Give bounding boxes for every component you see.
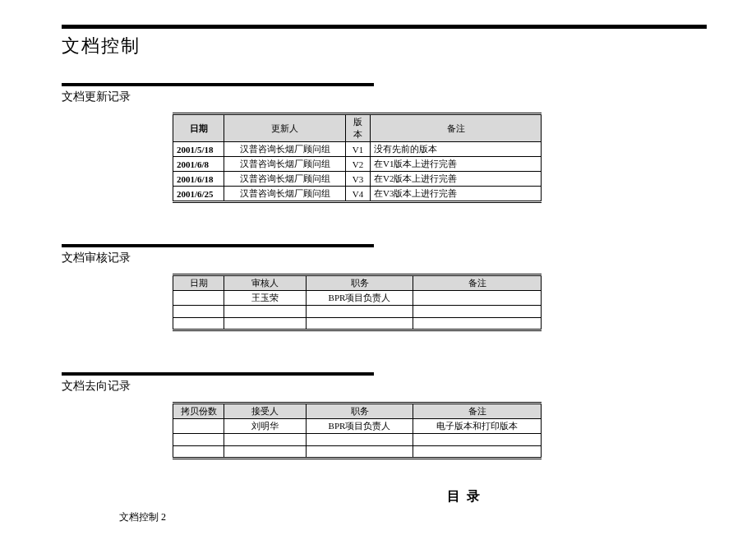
cell-receiver	[224, 434, 307, 446]
section-rule	[62, 244, 374, 247]
col-date: 日期	[173, 114, 224, 142]
update-table: 日期 更新人 版本 备注 2001/5/18汉普咨询长烟厂顾问组V1没有先前的版…	[173, 113, 542, 203]
cell-version: V2	[346, 157, 371, 172]
table-row	[173, 306, 542, 318]
cell-date: 2001/5/18	[173, 142, 224, 157]
col-receiver: 接受人	[224, 404, 307, 419]
table-row: 刘明华BPR项目负责人电子版本和打印版本	[173, 419, 542, 434]
cell-receiver	[224, 446, 307, 459]
cell-updater: 汉普咨询长烟厂顾问组	[224, 172, 346, 187]
cell-remark: 在V3版本上进行完善	[371, 187, 542, 202]
table-row	[173, 318, 542, 330]
cell-role	[307, 318, 413, 330]
cell-remark	[413, 318, 542, 330]
cell-remark: 在V1版本上进行完善	[371, 157, 542, 172]
cell-remark	[413, 306, 542, 318]
cell-role	[307, 446, 413, 459]
col-remark: 备注	[413, 275, 542, 291]
review-table: 日期 审核人 职务 备注 王玉荣BPR项目负责人	[173, 274, 542, 331]
top-rule	[62, 25, 707, 29]
col-reviewer: 审核人	[224, 275, 307, 291]
cell-version: V3	[346, 172, 371, 187]
cell-remark: 电子版本和打印版本	[413, 419, 542, 434]
cell-remark	[413, 446, 542, 459]
cell-reviewer: 王玉荣	[224, 291, 307, 306]
cell-role	[307, 434, 413, 446]
cell-remark	[413, 291, 542, 306]
section-title-review: 文档审核记录	[62, 251, 707, 265]
cell-receiver: 刘明华	[224, 419, 307, 434]
cell-copies	[173, 434, 224, 446]
col-role: 职务	[307, 404, 413, 419]
table-header-row: 拷贝份数 接受人 职务 备注	[173, 404, 542, 419]
cell-role: BPR项目负责人	[307, 419, 413, 434]
cell-updater: 汉普咨询长烟厂顾问组	[224, 157, 346, 172]
col-role: 职务	[307, 275, 413, 291]
toc-title: 目录	[226, 488, 707, 505]
table-row	[173, 434, 542, 446]
cell-date	[173, 291, 224, 306]
section-update-log: 文档更新记录 日期 更新人 版本 备注 2001/5/18汉普咨询长烟厂顾问组V…	[62, 83, 707, 203]
dest-table: 拷贝份数 接受人 职务 备注 刘明华BPR项目负责人电子版本和打印版本	[173, 402, 542, 459]
cell-updater: 汉普咨询长烟厂顾问组	[224, 187, 346, 202]
toc-entry: 文档控制 2	[119, 510, 707, 524]
table-row: 2001/6/8汉普咨询长烟厂顾问组V2在V1版本上进行完善	[173, 157, 542, 172]
page-title: 文档控制	[62, 34, 707, 58]
table-header-row: 日期 更新人 版本 备注	[173, 114, 542, 142]
table-row: 王玉荣BPR项目负责人	[173, 291, 542, 306]
section-rule	[62, 83, 374, 86]
col-remark: 备注	[371, 114, 542, 142]
cell-remark: 在V2版本上进行完善	[371, 172, 542, 187]
cell-date: 2001/6/8	[173, 157, 224, 172]
cell-reviewer	[224, 306, 307, 318]
section-title-update: 文档更新记录	[62, 90, 707, 104]
cell-remark	[413, 434, 542, 446]
cell-updater: 汉普咨询长烟厂顾问组	[224, 142, 346, 157]
section-review-log: 文档审核记录 日期 审核人 职务 备注 王玉荣BPR项目负责人	[62, 244, 707, 331]
table-row: 2001/6/18汉普咨询长烟厂顾问组V3在V2版本上进行完善	[173, 172, 542, 187]
cell-date	[173, 318, 224, 330]
col-version: 版本	[346, 114, 371, 142]
cell-copies	[173, 419, 224, 434]
table-row	[173, 446, 542, 459]
cell-copies	[173, 446, 224, 459]
col-date: 日期	[173, 275, 224, 291]
cell-role: BPR项目负责人	[307, 291, 413, 306]
section-dest-log: 文档去向记录 拷贝份数 接受人 职务 备注 刘明华BPR项目负责人电子版本和打印…	[62, 372, 707, 459]
cell-date: 2001/6/18	[173, 172, 224, 187]
col-updater: 更新人	[224, 114, 346, 142]
cell-version: V1	[346, 142, 371, 157]
cell-version: V4	[346, 187, 371, 202]
cell-date: 2001/6/25	[173, 187, 224, 202]
table-row: 2001/5/18汉普咨询长烟厂顾问组V1没有先前的版本	[173, 142, 542, 157]
cell-reviewer	[224, 318, 307, 330]
col-copies: 拷贝份数	[173, 404, 224, 419]
cell-role	[307, 306, 413, 318]
cell-date	[173, 306, 224, 318]
cell-remark: 没有先前的版本	[371, 142, 542, 157]
col-remark: 备注	[413, 404, 542, 419]
section-rule	[62, 372, 374, 376]
section-title-dest: 文档去向记录	[62, 379, 707, 394]
table-header-row: 日期 审核人 职务 备注	[173, 275, 542, 291]
table-row: 2001/6/25汉普咨询长烟厂顾问组V4在V3版本上进行完善	[173, 187, 542, 202]
